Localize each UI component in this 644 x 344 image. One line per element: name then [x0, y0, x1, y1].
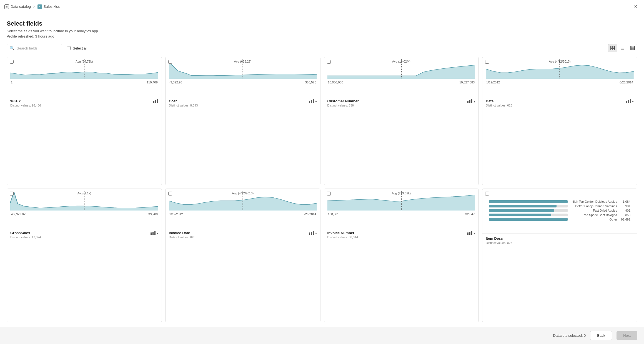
range-min: -9,392.93	[169, 81, 182, 84]
avg-label: Avg (4/12/2013)	[549, 60, 571, 63]
bar-chart-area: High Top Golden Delcious Apples 1,084 Be…	[486, 197, 634, 226]
field-distinct: Distinct values: 626	[486, 104, 512, 107]
field-actions: ▾	[309, 231, 317, 236]
field-actions: ▾	[626, 99, 634, 104]
field-card: Avg (638.27) -9,392.93 366,576 Cost Dist…	[165, 57, 320, 185]
svg-rect-45	[469, 232, 470, 235]
field-card-checkbox[interactable]	[10, 192, 14, 195]
field-card-checkbox[interactable]	[168, 60, 172, 64]
close-button[interactable]: ×	[632, 2, 640, 11]
avg-label: Avg (54.72k)	[76, 60, 93, 63]
field-card-checkbox[interactable]	[327, 60, 331, 64]
bar-label: High Top Golden Delcious Apples	[570, 200, 617, 203]
chart-type-button[interactable]	[309, 231, 314, 236]
search-input[interactable]	[17, 46, 56, 50]
range-min: 10,000,000	[328, 81, 343, 84]
field-info: Customer Number Distinct values: 636	[327, 99, 359, 107]
svg-rect-3	[613, 48, 615, 50]
view-grid-button[interactable]	[608, 44, 617, 52]
chart-type-button[interactable]	[467, 231, 472, 236]
field-distinct: Distinct values: 17,324	[10, 236, 41, 239]
view-table-button[interactable]	[628, 44, 637, 52]
svg-rect-44	[467, 232, 468, 235]
field-card-footer: Invoice Number Distinct values: 38,314 ▾	[324, 228, 479, 242]
field-info: Item Desc Distinct values: 825	[486, 236, 512, 244]
select-all-checkbox[interactable]	[67, 46, 71, 50]
field-actions: ▾	[467, 99, 475, 104]
fields-grid: Avg (54.72k) 1 110,409 %KEY Distinct val…	[7, 57, 637, 327]
chart-dropdown-button[interactable]: ▾	[315, 100, 317, 103]
bar-value: 92,692	[619, 218, 630, 221]
select-all-label: Select all	[73, 46, 87, 50]
field-name: Invoice Number	[327, 231, 358, 235]
bar-track	[489, 200, 568, 203]
search-box: 🔍	[7, 44, 62, 52]
svg-rect-39	[309, 232, 310, 235]
toolbar-left: 🔍 Select all	[7, 44, 87, 52]
field-card-footer: Customer Number Distinct values: 636 ▾	[324, 96, 479, 110]
avg-label: Avg (10.02M)	[392, 60, 410, 63]
bar-fill	[489, 209, 554, 212]
field-card-footer: %KEY Distinct values: 96,466	[7, 96, 162, 110]
bar-track	[489, 214, 568, 216]
field-name: Customer Number	[327, 99, 359, 103]
field-card-footer: Item Desc Distinct values: 825	[482, 233, 637, 247]
field-card-chart: Avg (4/12/2013) 1/12/2012 6/26/2014	[166, 189, 320, 228]
field-name: Item Desc	[486, 236, 512, 241]
field-info: GrossSales Distinct values: 17,324	[10, 231, 41, 239]
range-max: 332,847	[463, 212, 475, 216]
search-icon: 🔍	[10, 46, 14, 50]
bar-track	[489, 205, 568, 207]
field-info: %KEY Distinct values: 96,466	[10, 99, 41, 107]
chart-dropdown-button[interactable]: ▾	[473, 100, 475, 103]
range-max: 6/26/2014	[620, 81, 633, 84]
chart-range: 1/12/2012 6/26/2014	[486, 81, 634, 84]
avg-label: Avg (1.1k)	[77, 192, 91, 195]
range-max: 6/26/2014	[303, 212, 316, 216]
breadcrumb: ▦ Data catalog > X Sales.xlsx	[4, 4, 60, 9]
chart-type-button[interactable]	[153, 99, 158, 104]
field-card-checkbox[interactable]	[485, 60, 489, 64]
field-card-checkbox[interactable]	[10, 60, 14, 64]
bar-value: 858	[619, 213, 630, 217]
svg-rect-41	[313, 231, 314, 235]
bar-fill	[489, 218, 568, 221]
svg-rect-31	[630, 99, 631, 103]
field-card-footer: Invoice Date Distinct values: 626 ▾	[166, 228, 320, 242]
chart-dropdown-button[interactable]: ▾	[632, 100, 634, 103]
bar-label: Fast Dried Apples	[570, 209, 617, 212]
toolbar: 🔍 Select all	[7, 44, 637, 52]
back-button[interactable]: Back	[590, 331, 612, 340]
svg-rect-20	[311, 100, 312, 103]
view-list-button[interactable]	[618, 44, 627, 52]
svg-rect-35	[152, 232, 154, 235]
chart-dropdown-button[interactable]: ▾	[473, 231, 475, 235]
field-name: Cost	[169, 99, 198, 103]
breadcrumb-catalog[interactable]: ▦ Data catalog	[4, 4, 31, 9]
view-toggles	[608, 44, 637, 52]
chart-type-button[interactable]	[467, 99, 472, 104]
bar-label: Other	[570, 218, 617, 221]
chart-type-button[interactable]	[309, 99, 314, 104]
field-card: Avg (4/12/2013) 1/12/2012 6/26/2014 Date…	[482, 57, 637, 185]
chart-dropdown-button[interactable]: ▾	[157, 231, 158, 235]
range-min: 1	[11, 81, 12, 84]
breadcrumb-file[interactable]: X Sales.xlsx	[37, 4, 60, 9]
bar-track	[489, 209, 568, 212]
field-card-checkbox[interactable]	[485, 192, 489, 195]
svg-rect-29	[626, 101, 627, 103]
chart-type-button[interactable]	[151, 231, 156, 236]
field-distinct: Distinct values: 636	[327, 104, 359, 107]
field-actions: ▾	[467, 231, 475, 236]
field-card-checkbox[interactable]	[327, 192, 331, 195]
field-distinct: Distinct values: 626	[169, 236, 195, 239]
range-max: 366,576	[305, 81, 316, 84]
field-card-checkbox[interactable]	[168, 192, 172, 195]
field-card-chart: Avg (638.27) -9,392.93 366,576	[166, 57, 320, 96]
field-actions: ▾	[151, 231, 158, 236]
chart-dropdown-button[interactable]: ▾	[315, 231, 317, 235]
field-info: Invoice Number Distinct values: 38,314	[327, 231, 358, 239]
range-max: 10,027,583	[459, 81, 475, 84]
field-actions	[153, 99, 158, 104]
chart-type-button[interactable]	[626, 99, 631, 104]
